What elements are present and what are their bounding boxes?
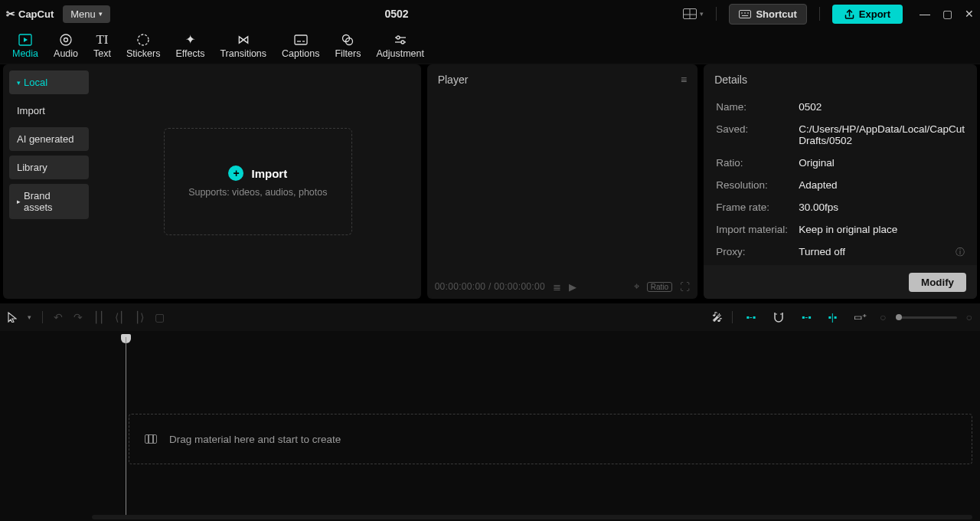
titlebar-right: ▾ Shortcut Export — ▢ ✕ — [683, 4, 974, 25]
tab-label: Transitions — [220, 48, 266, 59]
audio-icon — [60, 33, 72, 47]
zoom-handle[interactable] — [896, 314, 902, 320]
tab-label: Media — [12, 48, 38, 59]
svg-point-18 — [397, 36, 400, 39]
app-logo: ✂ CapCut — [6, 8, 54, 20]
playhead-line — [126, 337, 126, 516]
maximize-button[interactable]: ▢ — [942, 8, 952, 20]
player-footer: 00:00:00:00 / 00:00:00:00 ≣ ▶ ⌖ Ratio ⛶ — [427, 274, 698, 299]
cursor-tool-icon[interactable] — [8, 312, 17, 323]
snap-icon[interactable]: ▪-▪ — [742, 310, 760, 324]
trim-left-icon[interactable]: ⟨⎮ — [115, 311, 124, 323]
timeline[interactable]: Drag material here and start to create — [0, 331, 980, 521]
sidebar-item-library[interactable]: Library — [9, 156, 89, 179]
caret-down-icon: ▾ — [17, 79, 21, 87]
sidebar-item-ai[interactable]: AI generated — [9, 127, 89, 151]
sidebar-item-import[interactable]: Import — [9, 99, 89, 123]
menu-label: Menu — [70, 8, 96, 20]
zoom-in-icon[interactable]: ○ — [966, 311, 972, 323]
chevron-down-icon[interactable]: ▾ — [28, 313, 31, 321]
shortcut-button[interactable]: Shortcut — [729, 4, 806, 25]
sidebar-item-local[interactable]: ▾Local — [9, 70, 89, 94]
tab-label: Audio — [54, 48, 78, 59]
import-label: Import — [251, 167, 287, 180]
detail-value: 30.00fps — [799, 202, 965, 213]
tab-effects[interactable]: ✦ Effects — [168, 28, 212, 64]
detail-row-importmaterial: Import material:Keep in original place — [716, 224, 965, 235]
tab-transitions[interactable]: ⋈ Transitions — [212, 28, 274, 64]
ratio-button[interactable]: Ratio — [647, 282, 672, 292]
svg-point-9 — [60, 34, 71, 45]
detail-row-name: Name:0502 — [716, 101, 965, 113]
player-header: Player ≡ — [427, 64, 698, 95]
detail-value: Original — [799, 157, 965, 169]
tab-captions[interactable]: Captions — [274, 28, 327, 64]
redo-icon[interactable]: ↷ — [74, 311, 83, 323]
main-area: ▾Local Import AI generated Library ▸Bran… — [0, 64, 980, 303]
timeline-toolbar: ▾ ↶ ↷ ⎮⎮ ⟨⎮ ⎮⟩ ▢ 🎤︎ ▪-▪ ▪-▪ ▪|▪ ▭⁺ ○ ○ — [0, 303, 980, 331]
plus-icon: + — [228, 165, 243, 181]
tab-audio[interactable]: Audio — [46, 28, 86, 64]
detail-label: Ratio: — [716, 157, 799, 169]
zoom-out-icon[interactable]: ○ — [880, 311, 886, 323]
detail-row-saved: Saved:C:/Users/HP/AppData/Local/CapCut D… — [716, 123, 965, 146]
tab-label: Adjustment — [376, 48, 424, 59]
menu-button[interactable]: Menu ▾ — [63, 5, 110, 23]
tab-media[interactable]: Media — [5, 28, 46, 64]
logo-icon: ✂ — [6, 8, 15, 20]
timeline-dropzone[interactable]: Drag material here and start to create — [129, 414, 972, 464]
chevron-down-icon: ▾ — [99, 10, 103, 18]
detail-label: Import material: — [716, 224, 799, 235]
detail-label: Frame rate: — [716, 202, 799, 213]
tab-stickers[interactable]: Stickers — [119, 28, 168, 64]
shortcut-label: Shortcut — [756, 8, 796, 20]
svg-rect-12 — [295, 35, 307, 44]
media-icon — [18, 33, 32, 47]
focus-icon[interactable]: ⌖ — [634, 280, 639, 293]
detail-label: Resolution: — [716, 179, 799, 191]
tab-adjustment[interactable]: Adjustment — [368, 28, 432, 64]
info-icon[interactable]: ⓘ — [956, 246, 965, 259]
details-panel: Details Name:0502 Saved:C:/Users/HP/AppD… — [704, 64, 977, 299]
close-button[interactable]: ✕ — [965, 8, 974, 20]
player-title: Player — [438, 74, 469, 86]
details-header: Details — [704, 64, 977, 95]
play-button[interactable]: ▶ — [569, 281, 577, 293]
zoom-slider[interactable] — [896, 316, 957, 319]
tab-label: Effects — [175, 48, 204, 59]
tab-text[interactable]: TI Text — [86, 28, 119, 64]
adjustment-icon — [394, 33, 407, 47]
delete-icon[interactable]: ▢ — [155, 311, 165, 323]
tab-filters[interactable]: Filters — [327, 28, 368, 64]
preview-icon[interactable]: ▪|▪ — [824, 310, 841, 324]
list-icon[interactable]: ≣ — [553, 281, 561, 293]
split-icon[interactable]: ⎮⎮ — [93, 311, 104, 323]
top-tabs: Media Audio TI Text Stickers ✦ Effects ⋈… — [0, 28, 980, 64]
fullscreen-icon[interactable]: ⛶ — [680, 281, 690, 293]
mic-icon[interactable]: 🎤︎ — [712, 311, 723, 323]
cover-icon[interactable]: ▭⁺ — [850, 310, 871, 324]
media-content: + Import Supports: videos, audios, photo… — [95, 64, 421, 299]
app-name: CapCut — [18, 8, 54, 20]
timeline-scrollbar[interactable] — [92, 515, 972, 519]
magnet-icon[interactable] — [769, 310, 789, 324]
details-footer: Modify — [704, 265, 977, 299]
svg-point-10 — [64, 38, 68, 41]
layout-button[interactable]: ▾ — [683, 8, 704, 19]
detail-row-resolution: Resolution:Adapted — [716, 179, 965, 191]
minimize-button[interactable]: — — [920, 8, 930, 20]
player-viewport — [427, 95, 698, 274]
svg-point-20 — [401, 41, 404, 44]
import-dropzone[interactable]: + Import Supports: videos, audios, photo… — [164, 128, 352, 235]
detail-row-proxy: Proxy:Turned offⓘ — [716, 246, 965, 259]
modify-button[interactable]: Modify — [909, 273, 966, 292]
undo-icon[interactable]: ↶ — [54, 311, 63, 323]
media-sidebar: ▾Local Import AI generated Library ▸Bran… — [3, 64, 95, 299]
detail-row-ratio: Ratio:Original — [716, 157, 965, 169]
sidebar-item-brand[interactable]: ▸Brand assets — [9, 184, 89, 219]
project-title: 0502 — [110, 8, 684, 20]
trim-right-icon[interactable]: ⎮⟩ — [135, 311, 144, 323]
player-menu-icon[interactable]: ≡ — [681, 74, 687, 86]
export-button[interactable]: Export — [832, 5, 903, 24]
link-icon[interactable]: ▪-▪ — [798, 310, 815, 324]
